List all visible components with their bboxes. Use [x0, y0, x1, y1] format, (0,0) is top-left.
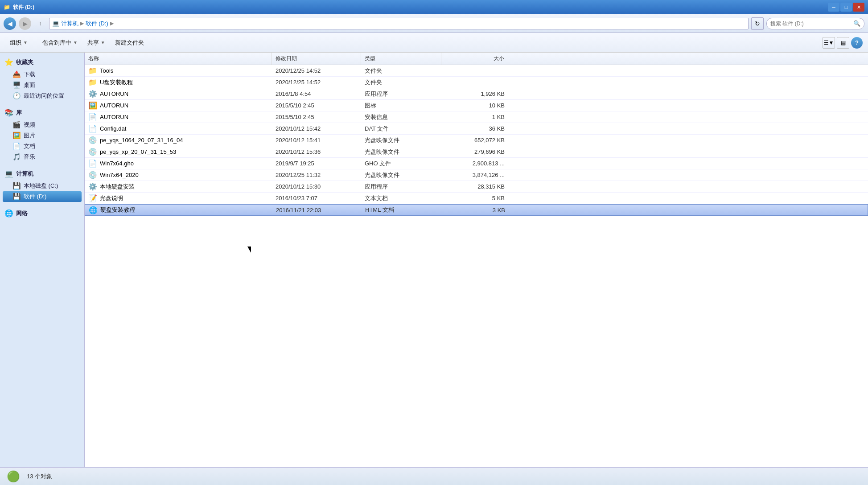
file-name-cell: 💿 pe_yqs_xp_20_07_31_15_53: [85, 148, 272, 156]
file-name-text: pe_yqs_xp_20_07_31_15_53: [100, 148, 176, 155]
table-row[interactable]: 📁 Tools 2020/12/25 14:52 文件夹: [85, 65, 868, 77]
file-name-text: Win7x64_2020: [100, 172, 139, 178]
titlebar-left: 📁 软件 (D:): [4, 4, 34, 11]
file-date-cell: 2020/10/12 15:42: [272, 125, 361, 132]
breadcrumb-computer[interactable]: 💻 计算机: [52, 20, 78, 28]
sidebar-section-icon-network: 🌐: [4, 209, 13, 218]
sidebar-item-drive-d[interactable]: 💾软件 (D:): [3, 191, 82, 202]
up-button[interactable]: ↑: [34, 17, 46, 30]
file-name-text: AUTORUN: [100, 90, 128, 97]
file-name-cell: 💿 pe_yqs_1064_20_07_31_16_04: [85, 136, 272, 144]
file-size-cell: 36 KB: [441, 125, 508, 132]
sidebar-section-network: 🌐网络: [3, 208, 82, 218]
file-date-cell: 2016/10/23 7:07: [272, 195, 361, 201]
file-icon: 📁: [88, 66, 97, 75]
view-dropdown-button[interactable]: ☰▼: [823, 37, 835, 49]
file-date-cell: 2020/12/25 11:32: [272, 172, 361, 178]
file-date-cell: 2019/9/7 19:25: [272, 160, 361, 167]
file-list-header: 名称 修改日期 类型 大小: [85, 53, 868, 65]
table-row[interactable]: 📁 U盘安装教程 2020/12/25 14:52 文件夹: [85, 77, 868, 88]
new-folder-button[interactable]: 新建文件夹: [111, 36, 148, 50]
status-text: 13 个对象: [27, 473, 52, 481]
minimize-button[interactable]: ─: [828, 3, 839, 12]
sidebar-section-header-library[interactable]: 📚库: [3, 107, 82, 118]
file-type-cell: 文件夹: [361, 78, 441, 86]
search-input[interactable]: [770, 21, 851, 27]
refresh-button[interactable]: ↻: [751, 17, 764, 30]
table-row[interactable]: 💿 Win7x64_2020 2020/12/25 11:32 光盘映像文件 3…: [85, 169, 868, 181]
share-button[interactable]: 共享 ▼: [83, 36, 110, 50]
column-header-type[interactable]: 类型: [361, 53, 441, 65]
file-type-cell: 应用程序: [361, 90, 441, 98]
file-name-cell: ⚙️ 本地硬盘安装: [85, 182, 272, 191]
file-name-cell: 📝 光盘说明: [85, 194, 272, 202]
titlebar-title: 软件 (D:): [13, 4, 34, 11]
sidebar-item-desktop[interactable]: 🖥️桌面: [3, 80, 82, 90]
organize-button[interactable]: 组织 ▼: [5, 36, 32, 50]
file-name-text: pe_yqs_1064_20_07_31_16_04: [100, 137, 183, 144]
table-row[interactable]: 🌐 硬盘安装教程 2016/11/21 22:03 HTML 文档 3 KB: [85, 204, 868, 216]
preview-pane-button[interactable]: ▤: [837, 37, 849, 49]
close-button[interactable]: ✕: [853, 3, 864, 12]
file-type-cell: DAT 文件: [361, 125, 441, 133]
file-name-text: AUTORUN: [100, 114, 128, 120]
sidebar-item-video[interactable]: 🎬视频: [3, 119, 82, 130]
table-row[interactable]: 📄 AUTORUN 2015/5/10 2:45 安装信息 1 KB: [85, 111, 868, 123]
sidebar-section-header-network[interactable]: 🌐网络: [3, 208, 82, 218]
maximize-button[interactable]: □: [840, 3, 852, 12]
column-header-name[interactable]: 名称: [85, 53, 272, 65]
table-row[interactable]: ⚙️ AUTORUN 2016/1/8 4:54 应用程序 1,926 KB: [85, 88, 868, 100]
sidebar-item-drive-c[interactable]: 💾本地磁盘 (C:): [3, 181, 82, 191]
table-row[interactable]: ⚙️ 本地硬盘安装 2020/10/12 15:30 应用程序 28,315 K…: [85, 181, 868, 193]
sidebar-section-label-network: 网络: [16, 210, 28, 218]
file-icon: 🖼️: [88, 101, 97, 110]
column-header-date[interactable]: 修改日期: [272, 53, 361, 65]
table-row[interactable]: 🖼️ AUTORUN 2015/5/10 2:45 图标 10 KB: [85, 100, 868, 111]
table-row[interactable]: 💿 pe_yqs_xp_20_07_31_15_53 2020/10/12 15…: [85, 146, 868, 158]
sidebar: ⭐收藏夹📥下载🖥️桌面🕐最近访问的位置📚库🎬视频🖼️图片📄文档🎵音乐💻计算机💾本…: [0, 53, 85, 467]
sidebar-item-label-drive-c: 本地磁盘 (C:): [24, 182, 58, 190]
sidebar-section-favorites: ⭐收藏夹📥下载🖥️桌面🕐最近访问的位置: [3, 57, 82, 101]
breadcrumb-drive-d[interactable]: 软件 (D:): [86, 20, 108, 28]
file-list-body: 📁 Tools 2020/12/25 14:52 文件夹 📁 U盘安装教程 20…: [85, 65, 868, 216]
file-date-cell: 2020/10/12 15:30: [272, 183, 361, 190]
file-name-text: 光盘说明: [100, 194, 123, 202]
sidebar-item-picture[interactable]: 🖼️图片: [3, 130, 82, 141]
file-size-cell: 3 KB: [442, 207, 509, 214]
main-layout: ⭐收藏夹📥下载🖥️桌面🕐最近访问的位置📚库🎬视频🖼️图片📄文档🎵音乐💻计算机💾本…: [0, 53, 868, 467]
file-icon: 📄: [88, 113, 97, 121]
file-name-cell: 📄 Config.dat: [85, 124, 272, 133]
sidebar-item-downloads[interactable]: 📥下载: [3, 69, 82, 80]
sidebar-section-icon-favorites: ⭐: [4, 58, 13, 66]
file-date-cell: 2020/10/12 15:36: [272, 148, 361, 155]
sidebar-section-header-favorites[interactable]: ⭐收藏夹: [3, 57, 82, 67]
file-name-text: Config.dat: [100, 125, 126, 132]
include-library-button[interactable]: 包含到库中 ▼: [38, 36, 82, 50]
file-date-cell: 2015/5/10 2:45: [272, 114, 361, 120]
sidebar-item-label-desktop: 桌面: [24, 81, 35, 89]
sidebar-section-header-computer[interactable]: 💻计算机: [3, 169, 82, 179]
file-name-text: 本地硬盘安装: [100, 183, 135, 191]
file-name-cell: 📄 AUTORUN: [85, 113, 272, 121]
sidebar-item-label-picture: 图片: [24, 132, 35, 140]
back-button[interactable]: ◀: [4, 17, 16, 30]
toolbar-right: ☰▼ ▤ ?: [823, 37, 863, 49]
sidebar-item-document[interactable]: 📄文档: [3, 141, 82, 152]
table-row[interactable]: 📝 光盘说明 2016/10/23 7:07 文本文档 5 KB: [85, 193, 868, 204]
help-button[interactable]: ?: [851, 37, 863, 49]
status-icon: 🟢: [5, 469, 21, 485]
sidebar-item-icon-desktop: 🖥️: [12, 81, 21, 89]
column-header-size[interactable]: 大小: [441, 53, 508, 65]
table-row[interactable]: 💿 pe_yqs_1064_20_07_31_16_04 2020/10/12 …: [85, 135, 868, 146]
file-size-cell: 3,874,126 ...: [441, 172, 508, 178]
sidebar-section-icon-library: 📚: [4, 108, 13, 117]
table-row[interactable]: 📄 Config.dat 2020/10/12 15:42 DAT 文件 36 …: [85, 123, 868, 135]
file-size-cell: 28,315 KB: [441, 183, 508, 190]
sidebar-item-icon-picture: 🖼️: [12, 132, 21, 140]
forward-button[interactable]: ▶: [19, 17, 31, 30]
sidebar-item-music[interactable]: 🎵音乐: [3, 152, 82, 162]
sidebar-item-label-downloads: 下载: [24, 70, 35, 78]
sidebar-item-recent[interactable]: 🕐最近访问的位置: [3, 90, 82, 101]
table-row[interactable]: 📄 Win7x64.gho 2019/9/7 19:25 GHO 文件 2,90…: [85, 158, 868, 169]
file-type-cell: 光盘映像文件: [361, 136, 441, 144]
